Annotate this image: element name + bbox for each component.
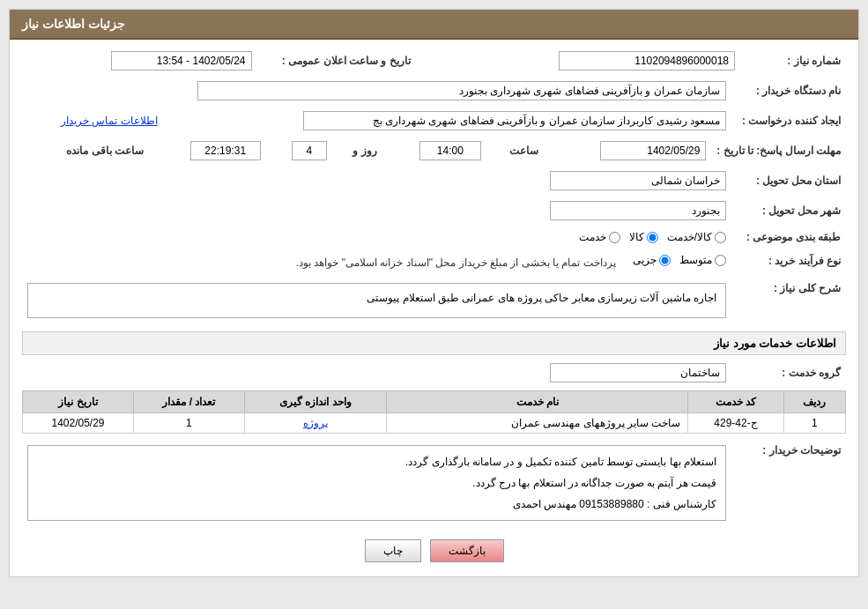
ostan-input: خراسان شمالی	[550, 171, 726, 190]
radio-kalaKhidmat[interactable]	[715, 232, 726, 243]
rooz-input: 4	[292, 141, 327, 160]
radio-kala-label: کالا	[629, 231, 644, 243]
col-tarikh: تاریخ نیاز	[23, 390, 134, 412]
page-title: جزئیات اطلاعات نیاز	[22, 17, 125, 31]
ostan-label: استان محل تحویل :	[731, 168, 846, 193]
shahr-input: بجنورد	[550, 201, 726, 220]
main-card: جزئیات اطلاعات نیاز شماره نیاز : 1102094…	[9, 9, 859, 577]
ijadKonande-link[interactable]: اطلاعات تماس خریدار	[61, 115, 158, 127]
radio-khidmat-label: خدمت	[579, 231, 606, 243]
shahr-value: بجنورد	[22, 198, 731, 223]
baghi-label-cell: ساعت باقی مانده	[22, 138, 149, 163]
ijadKonande-value: مسعود رشیدی کاربرداز سازمان عمران و بازآ…	[163, 108, 731, 133]
baghi-input: 22:19:31	[190, 141, 261, 160]
sharh-text: اجاره ماشین آلات زیرسازی معابر حاکی پروژ…	[367, 292, 716, 304]
mohlat-date-input: 1402/05/29	[600, 141, 706, 160]
sharh-label: شرح کلی نیاز :	[731, 277, 846, 324]
tabaqe-radios: کالا/خدمت کالا خدمت	[22, 228, 731, 246]
radio-jazei[interactable]	[659, 255, 671, 266]
rooz-label: روز و	[352, 145, 376, 157]
radio-motovaset-label: متوسط	[679, 254, 712, 266]
rooz-label-cell: روز و	[332, 138, 382, 163]
col-name: نام خدمت	[387, 390, 688, 412]
radio-kala[interactable]	[647, 232, 658, 243]
description-value: استعلام بها بایستی توسط تامین کننده تکمی…	[22, 439, 731, 527]
navoe-radio-group: متوسط جزیی	[633, 254, 726, 266]
ijadKonande-link-cell: اطلاعات تماس خریدار	[22, 108, 163, 133]
footer-buttons: بازگشت چاپ	[22, 539, 846, 562]
services-table: ردیف کد خدمت نام خدمت واحد اندازه گیری ت…	[22, 390, 846, 434]
cell-vahed: پروژه	[244, 412, 386, 433]
radio-kalaKhidmat-item: کالا/خدمت	[667, 231, 726, 243]
info-table-6: شهر محل تحویل : بجنورد	[22, 198, 846, 223]
process-note: پرداخت تمام یا بخشی از مبلغ خریداز محل "…	[296, 256, 616, 269]
baghi-value-cell: 22:19:31	[149, 138, 266, 163]
shomareNiaz-input: 1102094896000018	[559, 51, 735, 71]
spacer1	[416, 48, 451, 73]
info-table-3: ایجاد کننده درخواست : مسعود رشیدی کاربرد…	[22, 108, 846, 133]
desc-line3: کارشناس فنی : 09153889880 مهندس احمدی	[37, 494, 716, 515]
ijadKonande-input: مسعود رشیدی کاربرداز سازمان عمران و بازآ…	[303, 111, 726, 130]
radio-kala-item: کالا	[629, 231, 658, 243]
namDastgah-label: نام دستگاه خریدار :	[731, 78, 846, 103]
navoe-content: متوسط جزیی پرداخت تمام یا بخشی از مبلغ خ…	[22, 251, 731, 271]
tarikh-value: 1402/05/24 - 13:54	[22, 48, 257, 73]
sharh-box: اجاره ماشین آلات زیرسازی معابر حاکی پروژ…	[27, 283, 726, 318]
radio-motovaset[interactable]	[715, 255, 726, 266]
col-tedad: تعداد / مقدار	[134, 390, 245, 412]
ijadKonande-label: ایجاد کننده درخواست :	[731, 108, 846, 133]
saat-value-cell: 14:00	[382, 138, 486, 163]
info-table-7: طبقه بندی موضوعی : کالا/خدمت کالا	[22, 228, 846, 246]
info-table-10: گروه خدمت : ساختمان	[22, 360, 846, 385]
shomareNiaz-value: 1102094896000018	[451, 48, 740, 73]
description-box: استعلام بها بایستی توسط تامین کننده تکمی…	[27, 445, 726, 521]
sharh-value: اجاره ماشین آلات زیرسازی معابر حاکی پروژ…	[22, 277, 731, 324]
col-vahed: واحد اندازه گیری	[244, 390, 386, 412]
cell-tarikh: 1402/05/29	[23, 412, 134, 433]
radio-khidmat[interactable]	[609, 232, 620, 243]
col-kod: کد خدمت	[688, 390, 784, 412]
grohe-input: ساختمان	[550, 363, 726, 382]
radio-khidmat-item: خدمت	[579, 231, 620, 243]
radio-jazei-item: جزیی	[633, 254, 671, 266]
tabaqe-label: طبقه بندی موضوعی :	[731, 228, 846, 246]
desc-line2: قیمت هر آیتم به صورت جداگانه در استعلام …	[37, 472, 716, 494]
page-wrapper: جزئیات اطلاعات نیاز شماره نیاز : 1102094…	[0, 0, 868, 609]
radio-kalaKhidmat-label: کالا/خدمت	[667, 231, 712, 243]
cell-radif: 1	[783, 412, 845, 433]
print-button[interactable]: چاپ	[365, 539, 421, 562]
info-table-2: نام دستگاه خریدار : سازمان عمران و بازآف…	[22, 78, 846, 103]
ostan-value: خراسان شمالی	[22, 168, 731, 193]
vahed-link[interactable]: پروژه	[303, 417, 328, 429]
table-row: 1 ج-42-429 ساخت سایر پروژههای مهندسی عمر…	[23, 412, 846, 433]
back-button[interactable]: بازگشت	[430, 539, 504, 562]
namDastgah-value: سازمان عمران و بازآفرینی فضاهای شهری شهر…	[22, 78, 731, 103]
rooz-value-cell: 4	[266, 138, 332, 163]
desc-line1: استعلام بها بایستی توسط تامین کننده تکمی…	[37, 451, 716, 472]
info-table-11: توضیحات خریدار : استعلام بها بایستی توسط…	[22, 439, 846, 527]
saat-label: ساعت	[509, 145, 538, 157]
col-radif: ردیف	[783, 390, 845, 412]
info-table-9: شرح کلی نیاز : اجاره ماشین آلات زیرسازی …	[22, 277, 846, 324]
services-table-body: 1 ج-42-429 ساخت سایر پروژههای مهندسی عمر…	[23, 412, 846, 433]
info-table-1: شماره نیاز : 1102094896000018 تاریخ و سا…	[22, 48, 846, 73]
tarikh-input: 1402/05/24 - 13:54	[111, 51, 252, 71]
info-table-4: مهلت ارسال پاسخ: تا تاریخ : 1402/05/29 س…	[22, 138, 846, 163]
grohe-value: ساختمان	[22, 360, 731, 385]
mohlat-date: 1402/05/29	[544, 138, 712, 163]
saat-input: 14:00	[419, 141, 481, 160]
shomareNiaz-label: شماره نیاز :	[740, 48, 846, 73]
cell-kod: ج-42-429	[688, 412, 784, 433]
baghi-label: ساعت باقی مانده	[66, 145, 144, 157]
description-label: توضیحات خریدار :	[731, 439, 846, 527]
grohe-label: گروه خدمت :	[731, 360, 846, 385]
radio-jazei-label: جزیی	[633, 254, 657, 266]
services-table-head: ردیف کد خدمت نام خدمت واحد اندازه گیری ت…	[23, 390, 846, 412]
navoe-label: نوع فرآیند خرید :	[731, 251, 846, 271]
shahr-label: شهر محل تحویل :	[731, 198, 846, 223]
cell-name: ساخت سایر پروژههای مهندسی عمران	[387, 412, 688, 433]
content-area: شماره نیاز : 1102094896000018 تاریخ و سا…	[10, 40, 858, 576]
tabaqe-radio-group: کالا/خدمت کالا خدمت	[27, 231, 726, 243]
info-table-8: نوع فرآیند خرید : متوسط جزیی	[22, 251, 846, 271]
service-section-title: اطلاعات خدمات مورد نیاز	[22, 331, 846, 355]
